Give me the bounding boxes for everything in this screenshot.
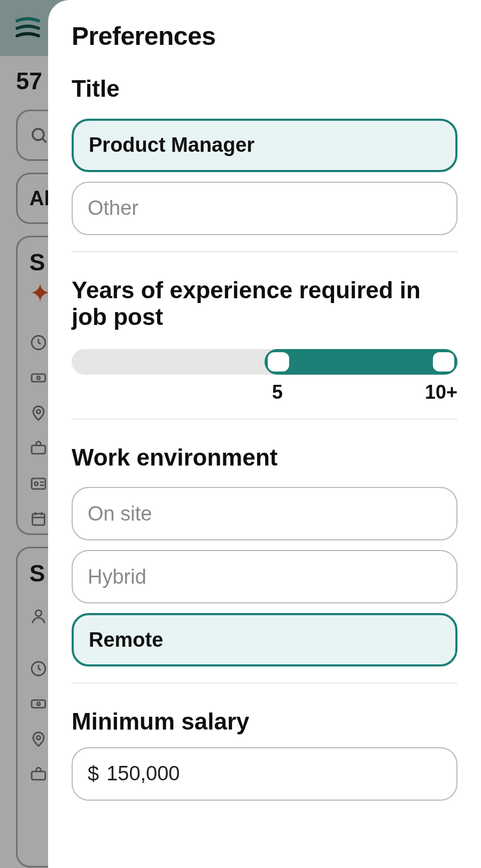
currency-symbol: $ bbox=[88, 762, 99, 785]
preferences-panel: Preferences Title Product Manager Other … bbox=[48, 0, 481, 868]
salary-input[interactable] bbox=[106, 762, 441, 785]
divider bbox=[72, 418, 457, 420]
divider bbox=[72, 251, 457, 252]
salary-label: Minimum salary bbox=[72, 708, 457, 735]
work-env-remote[interactable]: Remote bbox=[72, 613, 457, 666]
pill-label: On site bbox=[88, 502, 152, 525]
work-env-label: Work environment bbox=[72, 444, 457, 471]
experience-slider[interactable] bbox=[72, 349, 457, 375]
panel-heading: Preferences bbox=[72, 21, 457, 51]
title-option-other[interactable]: Other bbox=[72, 182, 457, 235]
experience-label: Years of experience required in job post bbox=[72, 277, 457, 331]
salary-section: Minimum salary $ bbox=[72, 708, 457, 801]
slider-high-label: 10+ bbox=[425, 381, 457, 404]
title-option-product-manager[interactable]: Product Manager bbox=[72, 119, 457, 172]
slider-low-label: 5 bbox=[272, 381, 283, 404]
work-env-section: Work environment On site Hybrid Remote bbox=[72, 444, 457, 667]
slider-handle-high[interactable] bbox=[433, 352, 454, 371]
work-env-onsite[interactable]: On site bbox=[72, 487, 457, 540]
salary-input-wrap[interactable]: $ bbox=[72, 747, 457, 801]
experience-section: Years of experience required in job post… bbox=[72, 277, 457, 402]
pill-label: Hybrid bbox=[88, 565, 146, 588]
slider-handle-low[interactable] bbox=[268, 352, 289, 371]
title-section: Title Product Manager Other bbox=[72, 75, 457, 235]
title-label: Title bbox=[72, 75, 457, 103]
work-env-hybrid[interactable]: Hybrid bbox=[72, 550, 457, 603]
pill-label: Remote bbox=[89, 629, 163, 652]
pill-label: Other bbox=[88, 197, 138, 220]
pill-label: Product Manager bbox=[89, 134, 254, 157]
divider bbox=[72, 683, 457, 684]
